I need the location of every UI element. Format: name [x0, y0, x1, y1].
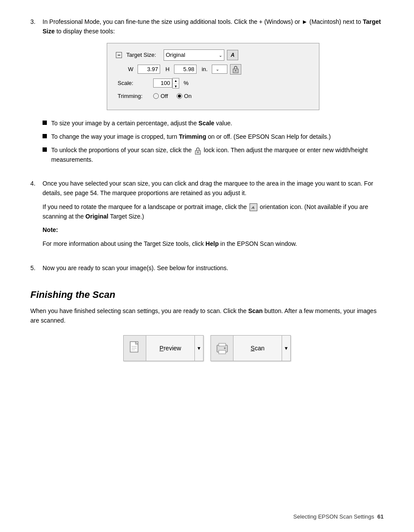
note-block: Note: For more information about using t… [43, 225, 384, 248]
unit-dropdown-arrow-icon: ⌄ [216, 66, 219, 72]
step-5-number: 5. [30, 264, 43, 277]
scan-label: Scan [233, 345, 282, 352]
svg-rect-12 [219, 350, 226, 354]
scan-buttons-row: Preview ▼ Scan ▼ [30, 335, 384, 361]
note-label: Note: [43, 225, 384, 235]
step-3: 3. In Professional Mode, you can fine-tu… [30, 17, 384, 171]
step-3-content: In Professional Mode, you can fine-tune … [43, 17, 384, 171]
step-4-number: 4. [30, 179, 43, 256]
lock-icon-btn[interactable] [230, 64, 241, 75]
radio-on-circle[interactable] [177, 93, 182, 99]
step-5-text: Now you are ready to scan your image(s).… [43, 264, 384, 273]
scale-label: Scale: [116, 79, 151, 88]
step-4: 4. Once you have selected your scan size… [30, 179, 384, 256]
bullet-2: To change the way your image is cropped,… [43, 132, 384, 141]
trimming-on-radio[interactable]: On [177, 92, 191, 101]
target-size-label: Target Size: [126, 51, 161, 59]
preview-dropdown-arrow-icon[interactable]: ▼ [194, 336, 203, 361]
scan-printer-icon [215, 341, 229, 356]
preview-doc-icon [128, 341, 141, 356]
page-number: 61 [378, 513, 384, 520]
page-footer: Selecting EPSON Scan Settings 61 [293, 513, 384, 520]
finishing-intro: When you have finished selecting scan se… [30, 307, 384, 325]
bullet-1: To size your image by a certain percenta… [43, 119, 384, 128]
trimming-radio-group: Off On [153, 92, 191, 101]
scan-dropdown-arrow-icon[interactable]: ▼ [282, 336, 290, 361]
h-label: H [165, 65, 169, 74]
scale-input[interactable] [153, 78, 172, 88]
preview-icon [124, 336, 146, 361]
scale-down-btn[interactable]: ▼ [173, 84, 179, 89]
scan-icon [211, 336, 233, 361]
step-4-content: Once you have selected your scan size, y… [43, 179, 384, 256]
finishing-section-title: Finishing the Scan [30, 289, 384, 300]
scale-up-btn[interactable]: ▲ [173, 78, 179, 84]
preview-label: Preview [146, 345, 194, 352]
trimming-off-radio[interactable]: Off [153, 92, 168, 101]
footer-text: Selecting EPSON Scan Settings [293, 513, 374, 520]
scale-unit: % [184, 79, 189, 88]
lock-svg [232, 65, 239, 73]
svg-point-1 [235, 70, 237, 71]
step-5-content: Now you are ready to scan your image(s).… [43, 264, 384, 277]
trimming-row: Trimming: Off On [116, 92, 310, 101]
step-5: 5. Now you are ready to scan your image(… [30, 264, 384, 277]
scan-button[interactable]: Scan ▼ [210, 335, 291, 361]
target-size-box: − Target Size: Original ⌄ A W H in. [107, 43, 319, 110]
step3-bullets: To size your image by a certain percenta… [43, 119, 384, 164]
target-size-row2: W H in. ⌄ [116, 64, 310, 75]
svg-rect-11 [219, 343, 226, 346]
w-input[interactable] [138, 65, 160, 74]
step-3-number: 3. [30, 17, 43, 171]
minus-icon[interactable]: − [116, 52, 122, 58]
bullet-square-2 [43, 134, 47, 138]
target-size-dropdown[interactable]: Original ⌄ [164, 49, 224, 61]
lock-icon-inline [194, 147, 201, 155]
unit-dropdown[interactable]: ⌄ [212, 65, 227, 74]
svg-point-13 [224, 347, 226, 349]
page-content: 3. In Professional Mode, you can fine-tu… [0, 0, 414, 392]
note-text: For more information about using the Tar… [43, 239, 384, 249]
bullet-square-3 [43, 147, 47, 152]
dropdown-arrow-icon: ⌄ [219, 52, 222, 59]
svg-text:A: A [251, 206, 254, 210]
target-size-row1: − Target Size: Original ⌄ A [116, 49, 310, 61]
svg-point-3 [197, 152, 198, 153]
orientation-icon-btn[interactable]: A [227, 50, 238, 60]
radio-on-label: On [184, 92, 191, 101]
w-label: W [128, 65, 133, 74]
scale-spinner[interactable]: ▲ ▼ [172, 78, 179, 88]
step-4-para1: Once you have selected your scan size, y… [43, 179, 384, 198]
bullet-3: To unlock the proportions of your scan s… [43, 146, 384, 164]
orientation-icon-inline: A [250, 203, 257, 211]
bullet-square-1 [43, 121, 47, 125]
preview-button[interactable]: Preview ▼ [123, 335, 204, 361]
radio-off-label: Off [161, 92, 168, 101]
step-4-para2: If you need to rotate the marquee for a … [43, 202, 384, 222]
unit-label: in. [202, 65, 208, 74]
trimming-label: Trimming: [116, 92, 151, 101]
scale-row: Scale: ▲ ▼ % [116, 78, 310, 88]
step-3-text: In Professional Mode, you can fine-tune … [43, 17, 384, 36]
radio-off-circle[interactable] [153, 93, 159, 99]
h-input[interactable] [174, 65, 197, 74]
